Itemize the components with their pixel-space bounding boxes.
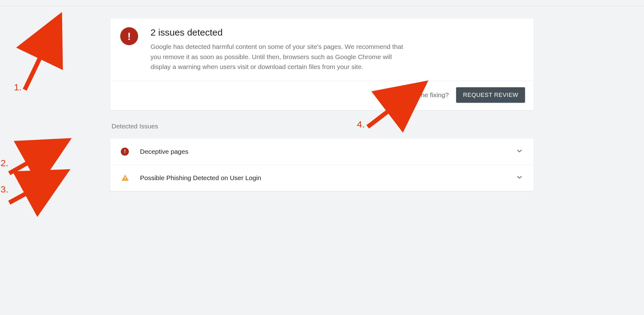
- annotation-label-3: 3.: [1, 184, 8, 195]
- issue-icon-container: !: [121, 148, 133, 156]
- annotation-label-1: 1.: [14, 82, 22, 93]
- issue-row-phishing[interactable]: Possible Phishing Detected on User Login: [110, 165, 534, 191]
- warning-icon: [121, 174, 129, 182]
- request-review-button[interactable]: REQUEST REVIEW: [456, 87, 525, 103]
- chevron-down-icon: [516, 174, 523, 182]
- summary-text: 2 issues detected Google has detected ha…: [150, 27, 407, 72]
- detected-issues-heading: Detected Issues: [112, 123, 534, 130]
- error-icon: !: [120, 27, 138, 45]
- annotation-arrow-3: [9, 190, 32, 203]
- issue-icon-container: [121, 174, 133, 182]
- error-icon: !: [121, 148, 129, 156]
- issue-label: Possible Phishing Detected on User Login: [140, 174, 516, 182]
- alert-icon-container: !: [120, 27, 138, 72]
- issue-row-deceptive-pages[interactable]: ! Deceptive pages: [110, 139, 534, 165]
- summary-card-body: ! 2 issues detected Google has detected …: [110, 19, 534, 81]
- summary-card: ! 2 issues detected Google has detected …: [110, 19, 534, 110]
- issues-list: ! Deceptive pages Possible Phishing Dete…: [110, 139, 534, 191]
- issue-label: Deceptive pages: [140, 148, 516, 155]
- summary-title: 2 issues detected: [150, 27, 407, 37]
- svg-rect-1: [125, 179, 125, 180]
- main-container: ! 2 issues detected Google has detected …: [110, 6, 534, 191]
- annotation-arrow-2: [9, 159, 34, 173]
- summary-card-footer: Done fixing? REQUEST REVIEW: [110, 81, 534, 110]
- svg-rect-0: [125, 177, 125, 179]
- annotation-arrow-1: [25, 51, 43, 90]
- page-topbar: [0, 0, 644, 6]
- summary-description: Google has detected harmful content on s…: [150, 42, 407, 72]
- chevron-down-icon: [516, 147, 523, 156]
- done-fixing-label: Done fixing?: [413, 91, 449, 99]
- annotation-label-2: 2.: [1, 158, 8, 168]
